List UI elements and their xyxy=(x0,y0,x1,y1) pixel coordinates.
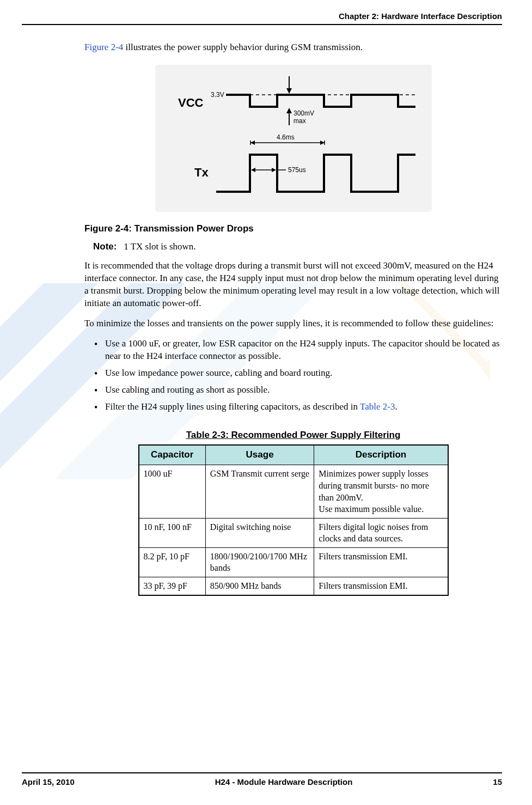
svg-marker-16 xyxy=(251,168,255,172)
filter-table: Capacitor Usage Description 1000 uF GSM … xyxy=(138,444,449,595)
cell-capacitor: 8.2 pF, 10 pF xyxy=(139,547,206,577)
page-footer: April 15, 2010 H24 - Module Hardware Des… xyxy=(22,772,502,788)
footer-title: H24 - Module Hardware Description xyxy=(75,777,493,788)
cell-description: Filters transmission EMI. xyxy=(314,547,448,577)
figure-2-4-diagram: VCC 3.3V 300mV max xyxy=(155,65,432,212)
table-caption: Table 2-3: Recommended Power Supply Filt… xyxy=(84,429,502,442)
cell-description: Filters digital logic noises from clocks… xyxy=(314,518,448,547)
list-item: Filter the H24 supply lines using filter… xyxy=(84,401,502,413)
page-header: Chapter 2: Hardware Interface Descriptio… xyxy=(22,11,502,24)
cell-usage: 1800/1900/2100/1700 MHz bands xyxy=(205,547,314,577)
footer-divider xyxy=(22,772,502,773)
table-row: 1000 uF GSM Transmit current serge Minim… xyxy=(139,465,448,518)
tx-label: Tx xyxy=(194,166,209,179)
svg-marker-13 xyxy=(320,141,325,145)
svg-marker-6 xyxy=(286,88,292,94)
cell-usage: Digital switching noise xyxy=(205,518,314,547)
period-label: 4.6ms xyxy=(277,133,295,141)
list-item: Use cabling and routing as short as poss… xyxy=(84,384,502,397)
footer-page-number: 15 xyxy=(493,777,502,788)
cell-usage: 850/900 MHz bands xyxy=(205,577,314,595)
table-row: 8.2 pF, 10 pF 1800/1900/2100/1700 MHz ba… xyxy=(139,547,448,577)
svg-marker-8 xyxy=(286,108,292,113)
cell-capacitor: 10 nF, 100 nF xyxy=(139,518,206,547)
guidelines-list: Use a 1000 uF, or greater, low ESR capac… xyxy=(84,338,502,413)
note-line: Note: 1 TX slot is shown. xyxy=(93,241,502,253)
th-description: Description xyxy=(314,445,448,465)
th-usage: Usage xyxy=(205,445,314,465)
cell-capacitor: 33 pF, 39 pF xyxy=(139,577,206,595)
table-2-3-link[interactable]: Table 2-3 xyxy=(360,401,395,412)
svg-marker-17 xyxy=(272,168,276,172)
bullet4-post: . xyxy=(395,401,397,412)
cell-description: Minimizes power supply losses during tra… xyxy=(314,465,448,518)
svg-marker-12 xyxy=(250,141,255,145)
note-text: 1 TX slot is shown. xyxy=(124,241,195,252)
cell-usage: GSM Transmit current serge xyxy=(205,465,314,518)
guidelines-intro: To minimize the losses and transients on… xyxy=(84,318,502,330)
bullet4-pre: Filter the H24 supply lines using filter… xyxy=(105,401,360,412)
list-item: Use low impedance power source, cabling … xyxy=(84,367,502,380)
intro-paragraph: Figure 2-4 illustrates the power supply … xyxy=(84,41,502,54)
th-capacitor: Capacitor xyxy=(139,445,206,465)
recommendation-paragraph: It is recommended that the voltage drops… xyxy=(84,260,502,310)
drop-label: 300mV xyxy=(293,109,314,117)
intro-rest: illustrates the power supply behavior du… xyxy=(123,42,363,52)
vcc-label: VCC xyxy=(178,96,204,109)
header-divider xyxy=(22,24,502,25)
cell-capacitor: 1000 uF xyxy=(139,465,206,518)
drop2-label: max xyxy=(293,117,306,125)
voltage-label: 3.3V xyxy=(211,91,224,99)
note-label: Note: xyxy=(93,241,117,252)
footer-date: April 15, 2010 xyxy=(22,777,75,788)
chapter-title: Chapter 2: Hardware Interface Descriptio… xyxy=(339,11,502,21)
cell-description: Filters transmission EMI. xyxy=(314,577,448,595)
table-row: 10 nF, 100 nF Digital switching noise Fi… xyxy=(139,518,448,547)
figure-caption: Figure 2-4: Transmission Power Drops xyxy=(84,223,502,235)
list-item: Use a 1000 uF, or greater, low ESR capac… xyxy=(84,338,502,363)
figure-2-4-link[interactable]: Figure 2-4 xyxy=(84,42,123,52)
pulse-label: 575us xyxy=(288,166,306,174)
table-row: 33 pF, 39 pF 850/900 MHz bands Filters t… xyxy=(139,577,448,595)
